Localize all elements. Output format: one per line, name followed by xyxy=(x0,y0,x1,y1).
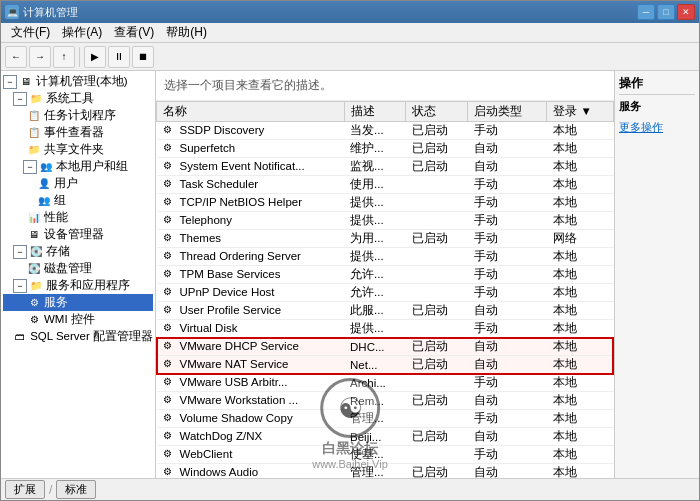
service-desc: 允许... xyxy=(344,284,406,302)
table-row[interactable]: ⚙VMware DHCP ServiceDHC...已启动自动本地 xyxy=(157,338,614,356)
col-login[interactable]: 登录 ▼ xyxy=(547,102,614,122)
service-name: ⚙Volume Shadow Copy xyxy=(157,410,345,428)
table-row[interactable]: ⚙Superfetch维护...已启动自动本地 xyxy=(157,140,614,158)
table-row[interactable]: ⚙Virtual Disk提供...手动本地 xyxy=(157,320,614,338)
service-row-icon: ⚙ xyxy=(163,142,177,156)
service-login: 本地 xyxy=(547,176,614,194)
maximize-button[interactable]: □ xyxy=(657,4,675,20)
service-row-icon: ⚙ xyxy=(163,304,177,318)
close-button[interactable]: ✕ xyxy=(677,4,695,20)
service-name: ⚙VMware DHCP Service xyxy=(157,338,345,356)
table-row[interactable]: ⚙VMware NAT ServiceNet...已启动自动本地 xyxy=(157,356,614,374)
service-login: 本地 xyxy=(547,446,614,464)
standard-button[interactable]: 标准 xyxy=(56,480,96,499)
stop-button[interactable]: ⏹ xyxy=(132,46,154,68)
service-login: 本地 xyxy=(547,284,614,302)
table-row[interactable]: ⚙WatchDog Z/NXBeiji...已启动自动本地 xyxy=(157,428,614,446)
service-startup: 手动 xyxy=(468,212,547,230)
service-name: ⚙Telephony xyxy=(157,212,345,230)
center-header: 选择一个项目来查看它的描述。 xyxy=(156,71,614,101)
table-row[interactable]: ⚙VMware USB Arbitr...Archi...手动本地 xyxy=(157,374,614,392)
table-row[interactable]: ⚙Task Scheduler使用...手动本地 xyxy=(157,176,614,194)
table-row[interactable]: ⚙Windows Audio管理...已启动自动本地 xyxy=(157,464,614,479)
service-desc: 此服... xyxy=(344,302,406,320)
service-login: 本地 xyxy=(547,302,614,320)
service-name: ⚙TPM Base Services xyxy=(157,266,345,284)
service-row-icon: ⚙ xyxy=(163,376,177,390)
expand-icon[interactable]: − xyxy=(3,75,17,89)
title-buttons: ─ □ ✕ xyxy=(637,4,695,20)
table-row[interactable]: ⚙VMware Workstation ...Rem...已启动自动本地 xyxy=(157,392,614,410)
right-panel-action[interactable]: 更多操作 xyxy=(619,118,695,137)
table-row[interactable]: ⚙SSDP Discovery当发...已启动手动本地 xyxy=(157,122,614,140)
tree-item-services[interactable]: ⚙ 服务 xyxy=(3,294,153,311)
service-startup: 自动 xyxy=(468,392,547,410)
tree-item-disk-management[interactable]: 💽 磁盘管理 xyxy=(3,260,153,277)
menu-file[interactable]: 文件(F) xyxy=(5,22,56,43)
tree-item-local-users[interactable]: − 👥 本地用户和组 xyxy=(3,158,153,175)
perf-icon: 📊 xyxy=(27,211,41,225)
table-row[interactable]: ⚙TPM Base Services允许...手动本地 xyxy=(157,266,614,284)
col-status[interactable]: 状态 xyxy=(406,102,468,122)
table-row[interactable]: ⚙User Profile Service此服...已启动自动本地 xyxy=(157,302,614,320)
tree-item-system[interactable]: − 📁 系统工具 xyxy=(3,90,153,107)
service-desc: 使用... xyxy=(344,176,406,194)
window-title: 计算机管理 xyxy=(23,5,78,20)
forward-button[interactable]: → xyxy=(29,46,51,68)
tree-item-wmi[interactable]: ⚙ WMI 控件 xyxy=(3,311,153,328)
tree-item-services-apps[interactable]: − 📁 服务和应用程序 xyxy=(3,277,153,294)
service-startup: 手动 xyxy=(468,320,547,338)
service-status xyxy=(406,266,468,284)
left-tree-panel: − 🖥 计算机管理(本地) − 📁 系统工具 📋 任务计划程序 📋 事件查看器 xyxy=(1,71,156,478)
service-name: ⚙UPnP Device Host xyxy=(157,284,345,302)
service-status xyxy=(406,320,468,338)
service-desc: Beiji... xyxy=(344,428,406,446)
tree-item-computer[interactable]: − 🖥 计算机管理(本地) xyxy=(3,73,153,90)
play-button[interactable]: ▶ xyxy=(84,46,106,68)
service-name: ⚙WatchDog Z/NX xyxy=(157,428,345,446)
table-row[interactable]: ⚙Thread Ordering Server提供...手动本地 xyxy=(157,248,614,266)
expand-icon[interactable]: − xyxy=(13,279,27,293)
col-desc[interactable]: 描述 xyxy=(344,102,406,122)
tree-item-groups[interactable]: 👥 组 xyxy=(3,192,153,209)
col-name[interactable]: 名称 xyxy=(157,102,345,122)
service-status: 已启动 xyxy=(406,158,468,176)
service-row-icon: ⚙ xyxy=(163,124,177,138)
service-login: 本地 xyxy=(547,464,614,479)
col-startup[interactable]: 启动类型 xyxy=(468,102,547,122)
back-button[interactable]: ← xyxy=(5,46,27,68)
table-row[interactable]: ⚙Themes为用...已启动手动网络 xyxy=(157,230,614,248)
table-row[interactable]: ⚙Volume Shadow Copy管理...手动本地 xyxy=(157,410,614,428)
minimize-button[interactable]: ─ xyxy=(637,4,655,20)
table-row[interactable]: ⚙WebClient使基...手动本地 xyxy=(157,446,614,464)
up-button[interactable]: ↑ xyxy=(53,46,75,68)
service-row-icon: ⚙ xyxy=(163,412,177,426)
tree-item-device-manager[interactable]: 🖥 设备管理器 xyxy=(3,226,153,243)
tree-item-users[interactable]: 👤 用户 xyxy=(3,175,153,192)
service-name: ⚙VMware USB Arbitr... xyxy=(157,374,345,392)
menu-help[interactable]: 帮助(H) xyxy=(160,22,213,43)
menu-action[interactable]: 操作(A) xyxy=(56,22,108,43)
service-login: 本地 xyxy=(547,194,614,212)
service-startup: 自动 xyxy=(468,428,547,446)
expand-icon[interactable]: − xyxy=(13,245,27,259)
tree-item-task-scheduler[interactable]: 📋 任务计划程序 xyxy=(3,107,153,124)
tree-item-shared-folders[interactable]: 📁 共享文件夹 xyxy=(3,141,153,158)
service-startup: 自动 xyxy=(468,302,547,320)
table-row[interactable]: ⚙UPnP Device Host允许...手动本地 xyxy=(157,284,614,302)
tree-item-storage[interactable]: − 💽 存储 xyxy=(3,243,153,260)
service-status: 已启动 xyxy=(406,338,468,356)
table-row[interactable]: ⚙Telephony提供...手动本地 xyxy=(157,212,614,230)
tree-item-sql[interactable]: 🗃 SQL Server 配置管理器 xyxy=(3,328,153,345)
tree-item-event-viewer[interactable]: 📋 事件查看器 xyxy=(3,124,153,141)
service-name: ⚙Windows Audio xyxy=(157,464,345,479)
services-table[interactable]: 名称 描述 状态 启动类型 登录 ▼ ⚙SSDP Discovery当发...已… xyxy=(156,101,614,478)
menu-view[interactable]: 查看(V) xyxy=(108,22,160,43)
pause-button[interactable]: ⏸ xyxy=(108,46,130,68)
expand-icon[interactable]: − xyxy=(13,92,27,106)
table-row[interactable]: ⚙TCP/IP NetBIOS Helper提供...手动本地 xyxy=(157,194,614,212)
tree-item-performance[interactable]: 📊 性能 xyxy=(3,209,153,226)
expand-button[interactable]: 扩展 xyxy=(5,480,45,499)
table-row[interactable]: ⚙System Event Notificat...监视...已启动自动本地 xyxy=(157,158,614,176)
expand-icon[interactable]: − xyxy=(23,160,37,174)
